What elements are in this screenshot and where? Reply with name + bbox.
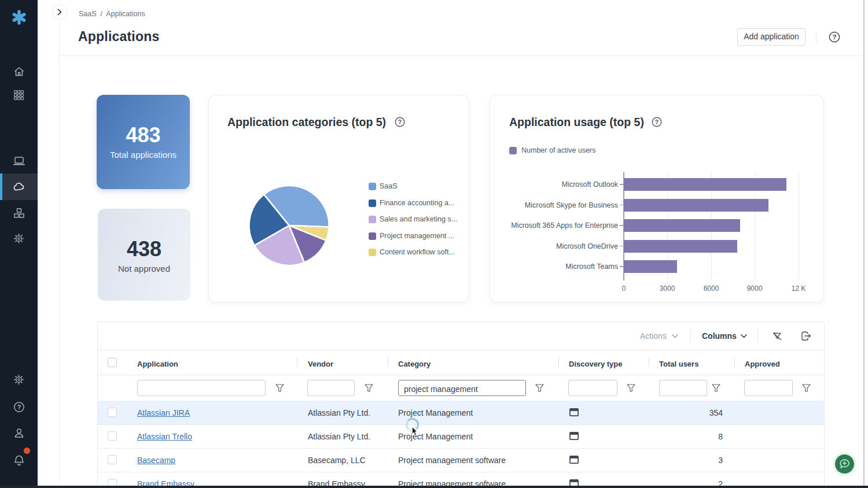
svg-text:?: ?	[398, 119, 402, 125]
svg-text:?: ?	[655, 119, 659, 125]
svg-text:?: ?	[832, 34, 836, 40]
svg-text:?: ?	[17, 404, 21, 411]
